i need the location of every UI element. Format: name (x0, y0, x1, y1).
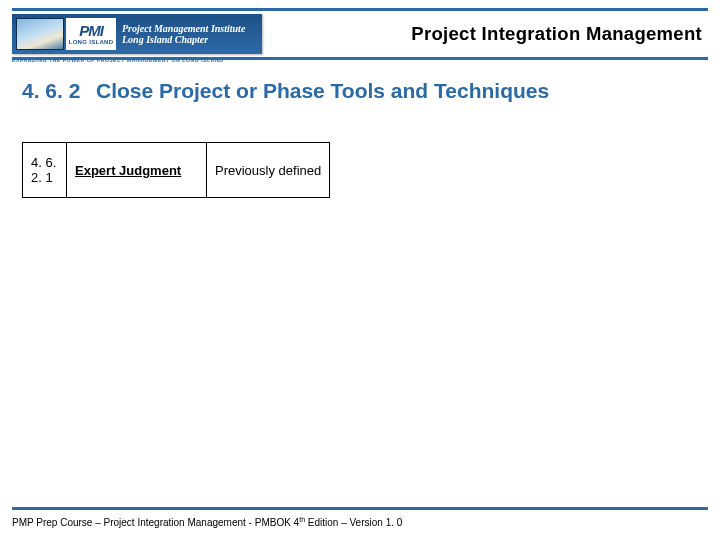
section-title: Close Project or Phase Tools and Techniq… (96, 78, 698, 103)
page-title: Project Integration Management (262, 23, 708, 45)
pmi-badge-big: PMI (79, 23, 103, 38)
footer-post: Edition – Version 1. 0 (305, 517, 402, 528)
footer-pre: PMP Prep Course – Project Integration Ma… (12, 517, 299, 528)
logo-text: Project Management Institute Long Island… (122, 23, 245, 45)
logo-line-1: Project Management Institute (122, 23, 245, 34)
row-desc: Previously defined (207, 143, 330, 198)
logo-line-2: Long Island Chapter (122, 34, 245, 45)
pmi-badge-small: LONG ISLAND (69, 39, 114, 45)
landscape-photo-icon (16, 18, 64, 50)
row-number: 4. 6. 2. 1 (23, 143, 67, 198)
table-row: 4. 6. 2. 1 Expert Judgment Previously de… (23, 143, 330, 198)
pmi-badge: PMI LONG ISLAND (66, 18, 116, 50)
section-heading: 4. 6. 2 Close Project or Phase Tools and… (22, 78, 698, 103)
logo-tagline: EXPANDING THE POWER OF PROJECT MANAGEMEN… (12, 57, 224, 63)
header-band: PMI LONG ISLAND Project Management Insti… (12, 8, 708, 60)
tools-table: 4. 6. 2. 1 Expert Judgment Previously de… (22, 142, 330, 198)
row-name: Expert Judgment (67, 143, 207, 198)
pmi-logo-block: PMI LONG ISLAND Project Management Insti… (12, 14, 262, 54)
section-number: 4. 6. 2 (22, 78, 96, 103)
footer: PMP Prep Course – Project Integration Ma… (12, 507, 708, 528)
